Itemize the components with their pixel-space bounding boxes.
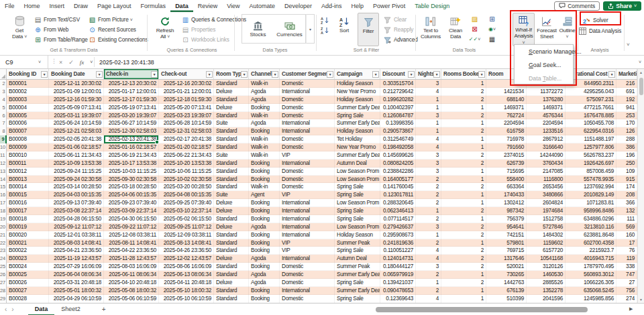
cell[interactable]: Domestic	[280, 279, 335, 287]
cell[interactable]: B00027	[7, 287, 49, 295]
cell[interactable]: 2025-02-05 20:41:38	[49, 135, 104, 143]
cell[interactable]: 0.295908673	[380, 231, 416, 239]
cell[interactable]: 2025-01-17 12:00:01	[104, 88, 159, 96]
cell[interactable]: B00003	[7, 96, 49, 104]
column-header-channel[interactable]: Channel▾	[249, 69, 280, 79]
cell[interactable]: 2025-12-16 01:59:30	[49, 96, 104, 104]
formula-input[interactable]: 2025-02-13 20:41:38	[99, 56, 154, 68]
cell[interactable]: 1233516	[527, 127, 566, 135]
cell[interactable]: 2025-05-10 06:10:59	[159, 295, 214, 303]
cell[interactable]: Deluxe	[214, 199, 249, 207]
row-header-21[interactable]: 21	[0, 231, 7, 239]
cell[interactable]: 2025-05-02 06:15:50	[159, 215, 214, 223]
cell[interactable]: 1	[441, 199, 486, 207]
row-header-13[interactable]: 13	[0, 168, 7, 176]
cell[interactable]: Deluxe	[214, 279, 249, 287]
cell[interactable]: 2025-03-11 19:39:07	[49, 112, 104, 120]
cell[interactable]: 2	[441, 247, 486, 255]
sort-descending-button[interactable]: ZA	[320, 25, 330, 34]
filter-dropdown-icon[interactable]: ▾	[96, 71, 103, 78]
cell[interactable]: 170	[616, 119, 637, 127]
cell[interactable]: 3	[416, 263, 441, 271]
cell[interactable]: Standard	[214, 96, 249, 104]
cell[interactable]: Domestic	[280, 168, 335, 176]
filter-dropdown-icon[interactable]: ▾	[272, 71, 278, 78]
cell[interactable]: International	[280, 127, 335, 135]
cell[interactable]: Domestic	[280, 183, 335, 191]
cell[interactable]: 1	[441, 215, 486, 223]
cell[interactable]: 2	[416, 191, 441, 199]
cell[interactable]: 2025-03-14 00:28:50	[49, 183, 104, 191]
cell[interactable]: 2215923.7	[566, 247, 616, 255]
cell[interactable]: 17	[616, 239, 637, 247]
cell[interactable]: Deluxe	[214, 104, 249, 112]
cell[interactable]: 2025-12-01 03:38:11	[49, 231, 104, 239]
filter-dropdown-icon[interactable]: ▾	[478, 71, 485, 78]
cell[interactable]: 3760434	[527, 160, 566, 168]
cell[interactable]: 1	[416, 207, 441, 215]
name-box-chevron-icon[interactable]: ˅	[38, 60, 41, 64]
cell[interactable]: Spring Sale	[335, 247, 380, 255]
row-header-10[interactable]: 10	[0, 143, 7, 151]
cell[interactable]: 1926426.697	[566, 160, 616, 168]
cell[interactable]: 2025-03-08 22:37:14	[49, 207, 104, 215]
cell[interactable]: Summer Peak	[335, 239, 380, 247]
cell[interactable]: 756	[616, 287, 637, 295]
cell[interactable]: B00006	[7, 119, 49, 127]
menu-item-goal-seek[interactable]: Goal Seek...	[515, 58, 573, 72]
tab-draw[interactable]: Draw	[69, 0, 93, 12]
cell[interactable]: 915	[616, 176, 637, 184]
cell[interactable]: 2025-06-27 10:14:59	[104, 119, 159, 127]
cell[interactable]: B00026	[7, 279, 49, 287]
cell[interactable]: 2025-04-11 20:48:18	[159, 279, 214, 287]
clean-data-button[interactable]: Clean Data	[445, 13, 466, 46]
cell[interactable]: 0.065979919	[380, 271, 416, 279]
cell[interactable]: New Year Promo	[335, 143, 380, 151]
cell[interactable]: 0.080824205	[380, 160, 416, 168]
cell[interactable]: Holiday Season	[335, 96, 380, 104]
cell[interactable]: 1	[416, 231, 441, 239]
insert-function-icon[interactable]: fx	[80, 59, 85, 66]
cell[interactable]: 2025-06-04 08:06:34	[49, 271, 104, 279]
cell[interactable]: 4295256.043	[566, 88, 616, 96]
cell[interactable]: 2025-01-21 12:00:01	[159, 88, 214, 96]
cell[interactable]: 2	[416, 287, 441, 295]
cell[interactable]: Walk-in	[249, 143, 280, 151]
row-header-20[interactable]: 20	[0, 223, 7, 231]
cell[interactable]: Standard	[214, 135, 249, 143]
cell[interactable]: 4576344	[527, 112, 566, 120]
cell[interactable]: 0.164005177	[380, 176, 416, 184]
cell[interactable]: 366	[616, 199, 637, 207]
cell[interactable]: 1787970.495	[566, 263, 616, 271]
cell[interactable]: Low Season Prom	[335, 168, 380, 176]
cell[interactable]: 1302412	[486, 199, 527, 207]
outline-button[interactable]: Outline˅	[558, 13, 576, 46]
cell[interactable]: Booking	[249, 168, 280, 176]
cell[interactable]: 2	[441, 263, 486, 271]
cell[interactable]: Walk-in	[249, 135, 280, 143]
cell[interactable]: 1	[416, 104, 441, 112]
cell[interactable]: 5727846	[527, 223, 566, 231]
cell[interactable]: 2025-08-06 16:06:09	[159, 263, 214, 271]
horizontal-scroll-thumb[interactable]	[376, 307, 588, 312]
tab-page-layout[interactable]: Page Layout	[93, 0, 136, 12]
row-header-11[interactable]: 11	[0, 151, 7, 160]
cell[interactable]: B00001	[7, 80, 49, 88]
queries-connections-button[interactable]: ▥Queries & Connections	[181, 15, 246, 24]
enter-icon[interactable]: ✓	[68, 59, 74, 66]
cell[interactable]: 2025-03-18 00:28:50	[104, 183, 159, 191]
cell[interactable]: 2025-04-22 23:36:50	[104, 247, 159, 255]
column-header-check-out[interactable]: Check-out▾	[159, 69, 214, 79]
cell[interactable]: 1237692.994	[566, 183, 616, 191]
cell[interactable]: 663364	[486, 183, 527, 191]
cell[interactable]: Agoda	[249, 255, 280, 263]
cell[interactable]: Standard	[214, 231, 249, 239]
cell[interactable]: Standard	[214, 127, 249, 135]
currencies-button[interactable]: Currencies	[274, 15, 305, 43]
cell[interactable]: B00021	[7, 239, 49, 247]
cell[interactable]: 2025-04-29 06:10:59	[49, 295, 104, 303]
cell[interactable]: 1151488.197	[566, 135, 616, 143]
cell[interactable]: 2025-03-09 22:37:14	[104, 207, 159, 215]
vertical-scrollbar[interactable]: ▲ ▼	[637, 69, 644, 303]
cell[interactable]: 6157720	[527, 247, 566, 255]
